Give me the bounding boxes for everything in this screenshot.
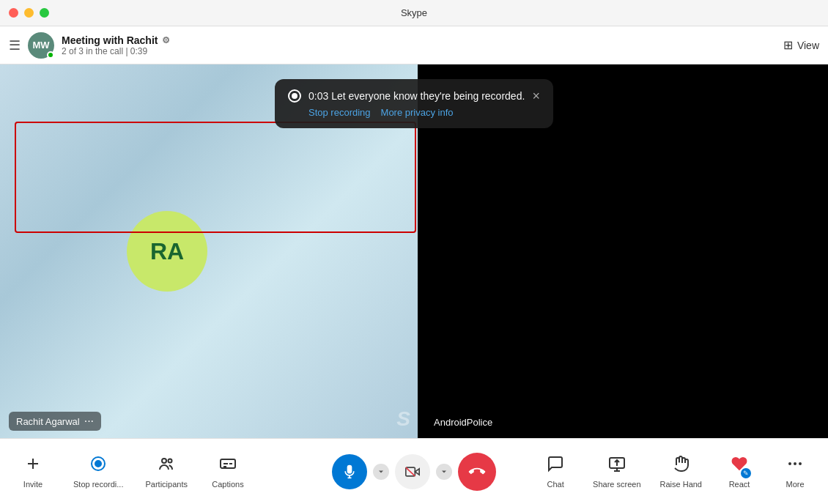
close-button[interactable] [9, 8, 18, 18]
mic-chevron[interactable] [373, 464, 389, 480]
invite-label: Invite [23, 480, 42, 489]
participants-button[interactable]: Participants [145, 455, 187, 489]
raise-hand-icon [672, 455, 690, 477]
react-button[interactable]: ✎ React [721, 455, 758, 489]
end-call-button[interactable] [458, 453, 496, 491]
window-title: Skype [401, 7, 427, 18]
avatar-status [47, 51, 54, 59]
stop-recording-label: Stop recordi... [73, 480, 123, 489]
maximize-button[interactable] [40, 8, 49, 18]
recording-message: Let everyone know they're being recorded… [331, 90, 525, 102]
participants-icon [158, 455, 175, 477]
call-info: 2 of 3 in the call | 0:39 [62, 46, 783, 56]
stop-recording-button[interactable]: Stop recordi... [73, 455, 123, 489]
participant-avatar: RA [127, 211, 207, 292]
view-grid-icon: ⊞ [783, 38, 793, 52]
header-info: Meeting with Rachit ⚙ 2 of 3 in the call… [62, 34, 783, 56]
participant-right-name: AndroidPolice [434, 417, 492, 428]
invite-button[interactable]: Invite [15, 455, 51, 489]
svg-point-17 [788, 462, 791, 465]
chat-label: Chat [547, 480, 563, 489]
settings-icon[interactable]: ⚙ [162, 35, 170, 45]
toolbar-center [332, 453, 496, 491]
skype-watermark: S [396, 407, 410, 431]
recording-notification: 0:03 Let everyone know they're being rec… [275, 79, 553, 128]
svg-point-1 [95, 461, 101, 467]
chat-button[interactable]: Chat [537, 455, 574, 489]
chat-icon [547, 455, 564, 477]
more-label: More [786, 480, 804, 489]
stop-recording-icon [89, 455, 107, 477]
share-screen-label: Share screen [593, 480, 640, 489]
svg-point-2 [162, 459, 166, 463]
participants-label: Participants [145, 480, 187, 489]
raise-hand-button[interactable]: Raise Hand [660, 455, 702, 489]
recording-timer: 0:03 [308, 90, 328, 102]
react-label: React [729, 480, 750, 489]
participant-left-name: Rachit Agarwal [16, 416, 80, 427]
captions-label: Captions [212, 480, 243, 489]
view-button[interactable]: ⊞ View [783, 38, 819, 52]
mic-button[interactable] [332, 454, 367, 489]
recording-dot-inner [292, 93, 297, 99]
view-label: View [797, 40, 819, 51]
header-bar: ☰ MW Meeting with Rachit ⚙ 2 of 3 in the… [0, 26, 828, 64]
participant-left-label: Rachit Agarwal ··· [9, 412, 101, 431]
participant-avatar-container: RA [127, 211, 207, 292]
svg-point-18 [794, 462, 796, 465]
titlebar: Skype [0, 0, 828, 26]
svg-marker-10 [415, 468, 419, 474]
window-controls [9, 8, 49, 18]
stop-recording-link[interactable]: Stop recording [308, 107, 371, 118]
svg-point-3 [169, 459, 172, 462]
share-screen-icon [608, 455, 626, 477]
participant-left-options[interactable]: ··· [84, 415, 94, 428]
toolbar-right: Chat Share screen [537, 455, 813, 489]
more-button[interactable]: More [777, 455, 813, 489]
captions-icon [219, 455, 237, 477]
raise-hand-label: Raise Hand [660, 480, 702, 489]
toolbar-left: Invite Stop recordi... Participants [15, 455, 246, 489]
more-icon [786, 455, 804, 477]
recording-dot-icon [288, 89, 301, 103]
participant-right-label: AndroidPolice [426, 414, 500, 431]
camera-chevron[interactable] [436, 464, 452, 480]
minimize-button[interactable] [24, 8, 34, 18]
react-icon: ✎ [731, 455, 748, 477]
recording-left: 0:03 Let everyone know they're being rec… [288, 89, 525, 103]
recording-top-row: 0:03 Let everyone know they're being rec… [288, 89, 540, 103]
meeting-title: Meeting with Rachit [62, 34, 158, 46]
toolbar: Invite Stop recordi... Participants [0, 438, 828, 504]
svg-line-12 [406, 467, 415, 476]
menu-icon[interactable]: ☰ [9, 37, 21, 53]
recording-text: 0:03 Let everyone know they're being rec… [308, 90, 525, 102]
camera-button[interactable] [395, 454, 430, 489]
recording-close-button[interactable]: × [532, 89, 540, 103]
recording-links: Stop recording More privacy info [288, 107, 540, 118]
more-privacy-link[interactable]: More privacy info [381, 107, 454, 118]
svg-point-19 [799, 462, 802, 465]
captions-button[interactable]: Captions [210, 455, 246, 489]
avatar: MW [28, 32, 54, 59]
share-screen-button[interactable]: Share screen [593, 455, 640, 489]
call-area: 0:03 Let everyone know they're being rec… [0, 64, 828, 438]
meeting-title-row: Meeting with Rachit ⚙ [62, 34, 783, 46]
invite-icon [24, 455, 42, 477]
